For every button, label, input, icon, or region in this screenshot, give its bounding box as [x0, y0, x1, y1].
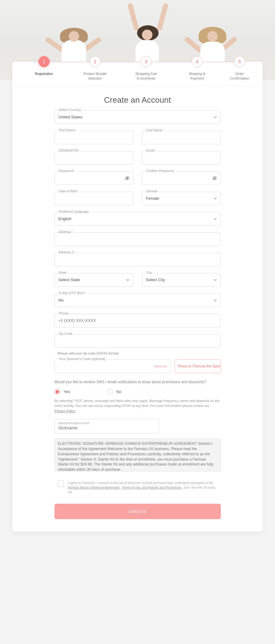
pobox-label: Is this a PO Box?	[58, 291, 86, 295]
email-label: Email	[145, 149, 156, 152]
ssn-input[interactable]	[55, 151, 133, 165]
phone-label: Phone	[58, 311, 70, 315]
step-bubble: 5	[234, 56, 245, 67]
sponsor-label: Your Sponsor's Code (optional)	[58, 357, 107, 361]
phone-input[interactable]	[55, 314, 221, 327]
nickname-field[interactable]: www.farmasius.com/	[55, 419, 159, 433]
gender-select[interactable]: Female	[142, 192, 221, 205]
radio-selected-icon	[55, 389, 60, 395]
dob-label: Date of Birth	[58, 189, 79, 193]
language-select[interactable]: English	[55, 212, 221, 226]
language-label: Preferred Language	[58, 210, 90, 213]
step-5: 5OrderConfirmation	[223, 62, 257, 81]
registration-form: Select Country United States First Name …	[55, 110, 221, 519]
state-select[interactable]: Select State	[55, 273, 133, 287]
step-3: 3Shopping Cart& Incentives	[121, 62, 172, 81]
step-bubble: 4	[192, 56, 203, 67]
email-input[interactable]	[142, 151, 221, 165]
country-field: Select Country United States	[55, 110, 221, 124]
address2-label: Address 2 :	[58, 250, 77, 254]
state-label: State	[58, 271, 68, 274]
zip-helper: Please add your zip code XXXXX format.	[55, 350, 221, 355]
step-1: 1Registration	[18, 62, 70, 81]
notifications-question: Would you like to receive SMS / email no…	[55, 379, 221, 385]
confirm-password-input[interactable]	[142, 171, 221, 185]
nickname-prefix: www.farmasius.com/	[59, 421, 155, 425]
agreement-text[interactable]	[55, 438, 221, 471]
step-label: Shipping &Payment	[189, 72, 205, 81]
last-name-input[interactable]	[142, 131, 221, 144]
page-title: Create an Account	[12, 95, 263, 105]
influencer-agreement-link[interactable]: Farmasi Beauty Influencer Agreement	[68, 486, 121, 489]
terms-link[interactable]: Terms of Use, and Policies and Procedure…	[122, 486, 182, 489]
consent-checkbox[interactable]	[58, 481, 64, 487]
country-select[interactable]: United States	[55, 110, 221, 124]
country-label: Select Country	[58, 108, 82, 112]
notify-no-radio[interactable]: No	[107, 389, 122, 395]
password-label: Password	[58, 169, 75, 173]
city-label: City	[145, 271, 153, 274]
radio-unselected-icon	[107, 389, 113, 395]
step-label: Product BundleSelection	[83, 72, 107, 81]
step-label: Registration	[35, 72, 53, 76]
notify-yes-radio[interactable]: Yes	[55, 389, 70, 395]
choose-sponsor-button[interactable]: Press to Choose the Sponsor	[175, 359, 221, 373]
nickname-input[interactable]	[59, 425, 155, 430]
consent-text: I agree to Farmasi's. I consent to the u…	[68, 481, 218, 494]
privacy-policy-link[interactable]: Privacy Policy	[55, 409, 75, 413]
step-bubble: 2	[90, 56, 101, 67]
last-name-label: Last Name	[145, 128, 164, 132]
ssn-label: SSN/EIN/TIN	[58, 149, 80, 152]
step-bubble: 1	[38, 56, 50, 67]
address2-input[interactable]	[55, 253, 221, 266]
step-label: OrderConfirmation	[230, 72, 249, 81]
first-name-input[interactable]	[55, 131, 133, 144]
confirm-password-label: Confirm Password	[145, 169, 175, 173]
step-4: 4Shipping &Payment	[172, 62, 223, 81]
eye-off-icon[interactable]	[125, 176, 130, 181]
progress-steps: 1Registration2Product BundleSelection3Sh…	[12, 62, 263, 87]
registration-card: 1Registration2Product BundleSelection3Sh…	[12, 62, 263, 531]
zip-label: Zip Code	[58, 332, 74, 335]
dob-input[interactable]	[55, 192, 133, 205]
step-bubble: 3	[140, 56, 152, 67]
create-button[interactable]: CREATE	[55, 504, 221, 519]
step-label: Shopping Cart& Incentives	[135, 72, 157, 81]
address-label: Address :	[58, 230, 74, 234]
gender-label: Gender	[145, 189, 159, 193]
eye-off-icon[interactable]	[212, 176, 217, 181]
city-select[interactable]: Select City	[142, 273, 221, 287]
address-input[interactable]	[55, 232, 221, 246]
sponsor-input[interactable]	[55, 359, 170, 373]
password-input[interactable]	[55, 171, 133, 185]
first-name-label: First Name	[58, 128, 77, 132]
pobox-select[interactable]: No	[55, 293, 221, 307]
step-2: 2Product BundleSelection	[70, 62, 121, 81]
notify-fineprint: By selecting "YES" above, message and da…	[55, 398, 221, 414]
zip-input[interactable]	[55, 334, 221, 348]
